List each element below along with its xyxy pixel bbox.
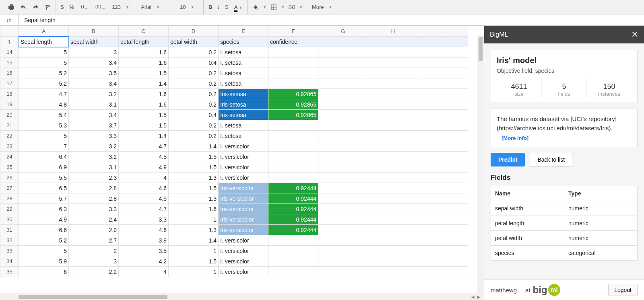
cell[interactable]: I. versicolor [219, 141, 268, 152]
row-header[interactable]: 30 [0, 214, 19, 225]
more-info-link[interactable]: [More info] [497, 135, 528, 141]
cell[interactable]: 2.9 [69, 225, 119, 235]
cell[interactable]: 2.8 [69, 183, 119, 193]
cell[interactable]: 0.4 [169, 110, 219, 120]
cell[interactable]: 0.92865 [268, 110, 318, 120]
cell[interactable]: 3.1 [69, 162, 119, 173]
cell[interactable]: 3.2 [69, 152, 119, 162]
row-header[interactable]: 35 [0, 267, 19, 277]
cell[interactable] [268, 152, 318, 162]
cell[interactable]: 1.5 [169, 183, 219, 193]
back-to-list-button[interactable]: Back to list [530, 153, 572, 166]
cell[interactable] [418, 204, 468, 214]
cell[interactable]: I. versicolor [219, 152, 268, 162]
cell[interactable]: 7 [19, 141, 69, 152]
undo-icon[interactable] [19, 2, 28, 12]
number-format-dropdown[interactable]: 123▼ [109, 4, 132, 10]
cell[interactable] [368, 47, 418, 58]
cell[interactable]: 3.9 [119, 235, 169, 246]
cell[interactable]: 4.7 [19, 89, 69, 99]
row-header[interactable]: 14 [0, 47, 19, 58]
cell[interactable] [418, 225, 468, 235]
cell[interactable] [318, 99, 368, 110]
cell[interactable] [268, 120, 318, 131]
cell[interactable]: I. versicolor [219, 173, 268, 183]
cell[interactable]: Iris-versicolor [219, 214, 268, 225]
cell[interactable]: 4.9 [119, 162, 169, 173]
cell[interactable] [418, 152, 468, 162]
cell[interactable] [318, 214, 368, 225]
row-header[interactable]: 24 [0, 152, 19, 162]
row-header[interactable]: 1 [0, 37, 19, 47]
paint-format-icon[interactable] [43, 2, 52, 12]
cell[interactable] [318, 131, 368, 141]
column-header[interactable]: A [19, 26, 69, 37]
cell[interactable]: 5 [19, 131, 69, 141]
cell[interactable]: 5.7 [19, 193, 69, 204]
cell[interactable] [268, 47, 318, 58]
cell[interactable] [368, 256, 418, 267]
cell[interactable] [368, 120, 418, 131]
cell[interactable] [418, 89, 468, 99]
text-color-button[interactable]: A ▼ [233, 4, 244, 10]
cell[interactable]: 3.2 [69, 141, 119, 152]
cell[interactable]: 1.3 [169, 173, 219, 183]
row-header[interactable]: 19 [0, 99, 19, 110]
spreadsheet-grid[interactable]: ABCDEFGHI1Sepal lengthsepal widthpetal l… [0, 26, 484, 293]
row-header[interactable]: 33 [0, 246, 19, 256]
cell[interactable]: 5 [19, 47, 69, 58]
cell[interactable]: I. setosa [219, 68, 268, 78]
logout-button[interactable]: Logout [608, 284, 638, 296]
cell[interactable]: 2.3 [69, 173, 119, 183]
cell[interactable] [418, 120, 468, 131]
cell[interactable] [418, 131, 468, 141]
cell[interactable] [418, 58, 468, 68]
cell[interactable]: 1 [169, 214, 219, 225]
cell[interactable] [418, 214, 468, 225]
cell[interactable] [418, 47, 468, 58]
cell[interactable]: 1 [169, 246, 219, 256]
cell[interactable] [418, 267, 468, 277]
cell[interactable] [318, 162, 368, 173]
cell[interactable]: 4.8 [19, 99, 69, 110]
scroll-left-icon[interactable]: ◄ [470, 294, 475, 300]
cell[interactable]: 0.2 [169, 47, 219, 58]
cell[interactable]: 1.5 [119, 110, 169, 120]
cell[interactable]: 4.6 [119, 183, 169, 193]
cell[interactable]: 0.92444 [268, 225, 318, 235]
scroll-right-icon[interactable]: ► [476, 294, 481, 300]
cell[interactable]: 2.2 [69, 267, 119, 277]
cell[interactable]: Iris-setosa [219, 99, 268, 110]
cell[interactable]: 6.5 [19, 183, 69, 193]
cell[interactable] [368, 131, 418, 141]
column-header[interactable]: E [219, 26, 268, 37]
cell[interactable]: 5.2 [19, 235, 69, 246]
cell[interactable] [318, 256, 368, 267]
cell[interactable] [418, 256, 468, 267]
cell[interactable]: 4.6 [119, 225, 169, 235]
cell[interactable] [268, 173, 318, 183]
cell[interactable]: 6.4 [19, 152, 69, 162]
cell[interactable]: 1.4 [119, 78, 169, 89]
cell[interactable] [368, 152, 418, 162]
bold-button[interactable]: B [207, 4, 214, 10]
row-header[interactable]: 32 [0, 235, 19, 246]
cell[interactable] [318, 235, 368, 246]
header-cell[interactable] [418, 37, 468, 47]
cell[interactable]: 6.3 [19, 204, 69, 214]
cell[interactable]: 3.3 [69, 204, 119, 214]
cell[interactable] [268, 235, 318, 246]
increase-decimal[interactable]: .00→ [92, 4, 107, 11]
cell[interactable] [318, 193, 368, 204]
cell[interactable] [418, 78, 468, 89]
cell[interactable]: 3.5 [119, 246, 169, 256]
column-header[interactable]: D [169, 26, 219, 37]
cell[interactable] [368, 173, 418, 183]
cell[interactable]: 0.2 [169, 120, 219, 131]
cell[interactable]: 1.6 [119, 58, 169, 68]
cell[interactable]: 2 [69, 246, 119, 256]
cell[interactable] [368, 162, 418, 173]
row-header[interactable]: 31 [0, 225, 19, 235]
cell[interactable]: 5.3 [19, 120, 69, 131]
cell[interactable] [418, 99, 468, 110]
